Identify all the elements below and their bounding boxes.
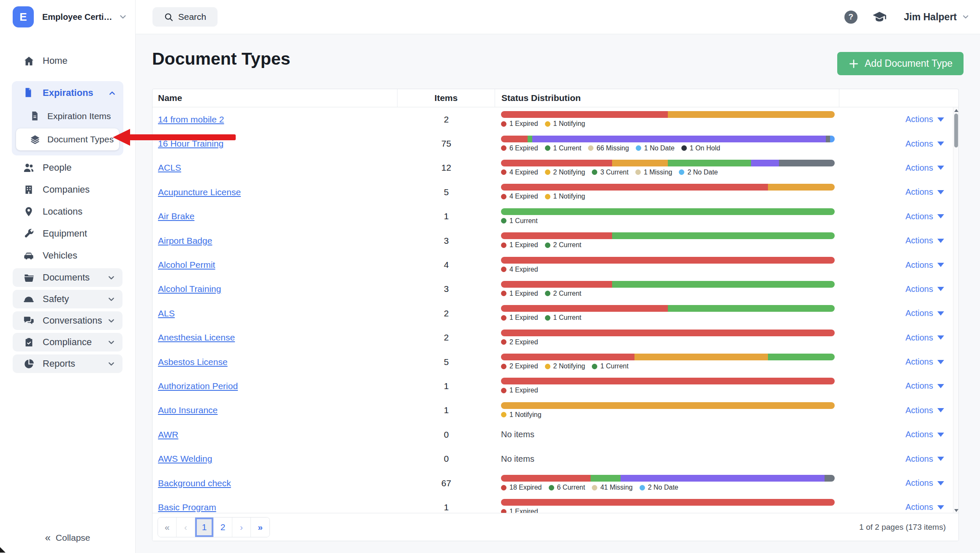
sidebar-item-document-types[interactable]: Document Types — [16, 128, 119, 150]
actions-dropdown[interactable]: Actions — [839, 163, 958, 173]
actions-dropdown[interactable]: Actions — [839, 212, 958, 221]
status-bar-segment-notifying — [612, 160, 668, 166]
actions-dropdown[interactable]: Actions — [839, 139, 958, 149]
actions-label: Actions — [905, 236, 933, 245]
user-menu[interactable]: Jim Halpert — [904, 11, 970, 23]
actions-dropdown[interactable]: Actions — [839, 502, 958, 512]
status-legend: 1 Expired2 Current — [501, 241, 839, 249]
actions-dropdown[interactable]: Actions — [839, 454, 958, 464]
actions-dropdown[interactable]: Actions — [839, 187, 958, 197]
pagination-button-»[interactable]: » — [251, 518, 270, 537]
legend-label: 1 No Date — [644, 144, 675, 152]
actions-dropdown[interactable]: Actions — [839, 406, 958, 415]
pagination-button-«[interactable]: « — [158, 518, 177, 537]
sidebar-item-safety[interactable]: Safety — [13, 290, 122, 308]
document-type-link[interactable]: ALS — [158, 308, 175, 318]
legend-item-expired: 4 Expired — [501, 266, 538, 273]
status-distribution-cell: 2 Expired2 Notifying1 Current — [495, 350, 839, 374]
status-distribution-cell: 1 Expired2 Current — [495, 229, 839, 253]
scroll-down-arrow[interactable] — [954, 509, 958, 512]
add-document-type-button[interactable]: Add Document Type — [837, 52, 964, 75]
document-type-link[interactable]: Anesthesia License — [158, 332, 235, 342]
scroll-up-arrow[interactable] — [954, 109, 958, 112]
document-type-link[interactable]: ACLS — [158, 163, 181, 172]
pagination-button-1[interactable]: 1 — [195, 518, 214, 537]
legend-dot-icon — [501, 169, 506, 175]
document-type-link[interactable]: Acupuncture License — [158, 187, 241, 197]
status-bar — [501, 136, 835, 142]
chevron-down-icon — [107, 273, 116, 282]
chevron-down-icon — [107, 316, 116, 325]
items-count: 1 — [397, 211, 495, 221]
document-type-link[interactable]: AWS Welding — [158, 454, 212, 463]
no-items-label: No items — [501, 454, 839, 464]
document-type-link[interactable]: Alcohol Training — [158, 284, 221, 294]
sidebar-item-people[interactable]: People — [0, 158, 135, 177]
column-header-status-distribution: Status Distribution — [495, 89, 839, 107]
pagination-button-›[interactable]: › — [232, 518, 251, 537]
sidebar-item-expirations[interactable]: Expirations — [12, 84, 123, 101]
search-button[interactable]: Search — [152, 7, 218, 27]
actions-dropdown[interactable]: Actions — [839, 260, 958, 270]
legend-label: 2 Current — [553, 290, 582, 297]
status-legend: 4 Expired1 Notifying — [501, 193, 839, 200]
actions-dropdown[interactable]: Actions — [839, 236, 958, 245]
status-bar — [501, 281, 835, 288]
items-count: 5 — [397, 187, 495, 197]
dropdown-triangle-icon — [937, 214, 944, 218]
sidebar-item-companies[interactable]: Companies — [0, 180, 135, 199]
document-type-link[interactable]: Alcohol Permit — [158, 260, 215, 270]
sidebar-item-compliance[interactable]: Compliance — [13, 333, 122, 351]
document-type-name-cell: Auto Insurance — [152, 405, 397, 415]
pagination-button-2[interactable]: 2 — [214, 518, 232, 537]
graduation-cap-icon[interactable] — [872, 9, 887, 25]
sidebar-item-reports[interactable]: Reports — [13, 354, 122, 373]
sidebar-item-locations[interactable]: Locations — [0, 202, 135, 221]
actions-label: Actions — [905, 406, 933, 415]
actions-dropdown[interactable]: Actions — [839, 308, 958, 318]
document-type-link[interactable]: 14 from mobile 2 — [158, 114, 224, 124]
status-distribution-cell: 1 Expired2 Current — [495, 277, 839, 301]
table-scrollbar[interactable] — [953, 107, 958, 514]
chevron-down-icon — [961, 13, 970, 21]
actions-dropdown[interactable]: Actions — [839, 114, 958, 124]
search-label: Search — [178, 12, 207, 22]
sidebar-item-equipment[interactable]: Equipment — [0, 224, 135, 243]
sidebar-item-home[interactable]: Home — [0, 51, 135, 71]
workspace-switcher[interactable]: E Employee Certificatio... — [0, 0, 135, 34]
legend-dot-icon — [501, 267, 506, 272]
legend-dot-icon — [545, 194, 550, 199]
document-type-link[interactable]: Auto Insurance — [158, 405, 218, 415]
document-type-link[interactable]: Air Brake — [158, 211, 194, 221]
legend-dot-icon — [545, 315, 550, 321]
status-legend: 4 Expired2 Notifying3 Current1 Missing2 … — [501, 169, 839, 176]
actions-dropdown[interactable]: Actions — [839, 284, 958, 294]
sidebar-item-expiration-items[interactable]: Expiration Items — [12, 106, 123, 126]
sidebar-item-conversations[interactable]: Conversations — [13, 311, 122, 330]
sidebar-item-vehicles[interactable]: Vehicles — [0, 246, 135, 265]
actions-dropdown[interactable]: Actions — [839, 381, 958, 391]
status-bar — [501, 257, 835, 264]
actions-dropdown[interactable]: Actions — [839, 430, 958, 439]
document-type-link[interactable]: Basic Program — [158, 502, 216, 512]
document-type-link[interactable]: 16 Hour Training — [158, 139, 223, 148]
sidebar-item-documents[interactable]: Documents — [13, 268, 122, 287]
actions-dropdown[interactable]: Actions — [839, 333, 958, 343]
document-type-link[interactable]: AWR — [158, 430, 178, 439]
sidebar-collapse-button[interactable]: « Collapse — [0, 532, 135, 544]
pagination-button-‹[interactable]: ‹ — [177, 518, 195, 537]
document-type-link[interactable]: Airport Badge — [158, 236, 212, 245]
legend-item-current: 3 Current — [592, 169, 629, 176]
legend-item-current: 1 Current — [545, 144, 582, 152]
document-type-link[interactable]: Authorization Period — [158, 381, 238, 391]
status-distribution-cell: No items — [495, 447, 839, 471]
actions-dropdown[interactable]: Actions — [839, 478, 958, 488]
table-row: Air Brake11 CurrentActions — [152, 204, 958, 229]
document-type-link[interactable]: Background check — [158, 478, 231, 488]
document-type-name-cell: Asbestos License — [152, 357, 397, 367]
document-type-link[interactable]: Asbestos License — [158, 357, 228, 367]
scrollbar-thumb[interactable] — [954, 114, 958, 147]
help-icon[interactable]: ? — [844, 11, 858, 24]
actions-dropdown[interactable]: Actions — [839, 357, 958, 367]
status-bar-segment-current — [768, 354, 835, 360]
